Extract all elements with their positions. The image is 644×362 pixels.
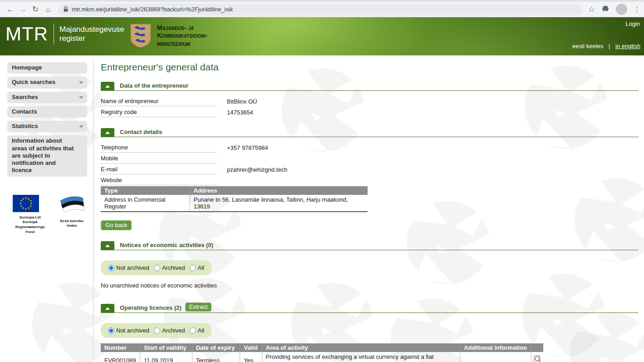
sidebar: Homepage Quick searches Searches Contact… — [7, 62, 87, 235]
page-title: Entrepreneur's general data — [101, 62, 639, 73]
field-row-email: E-mail pzahrer@whizgrid.tech — [101, 164, 639, 174]
sidebar-item-homepage[interactable]: Homepage — [7, 62, 87, 74]
svg-text:★: ★ — [20, 205, 22, 208]
profile-avatar[interactable] — [616, 4, 627, 15]
mtr-name-line1: Majandustegevuse — [59, 25, 124, 34]
radio-label: Not archived — [116, 327, 149, 334]
extract-button[interactable]: Extract — [185, 302, 211, 312]
sidebar-item-activity-info[interactable]: Information about areas of activities th… — [7, 135, 87, 176]
table-header-row: Number Start of validity Date of expiry … — [101, 343, 543, 352]
section-title: Contact details — [120, 129, 162, 135]
radio-archived[interactable] — [154, 265, 160, 271]
filter-all[interactable]: All — [190, 264, 204, 271]
field-row-telephone: Telephone +357 97875984 — [101, 142, 639, 153]
filter-not-archived[interactable]: Not archived — [108, 327, 149, 334]
cell-area: Providing services of exchanging a virtu… — [262, 352, 460, 362]
lang-separator: | — [609, 43, 610, 50]
go-back-button[interactable]: Go back — [101, 220, 132, 230]
collapse-button[interactable] — [101, 128, 114, 137]
collapse-button[interactable] — [101, 304, 114, 312]
section-header-contact: Contact details — [101, 128, 639, 137]
filter-archived[interactable]: Archived — [154, 264, 185, 271]
column-header-additional: Additional information — [460, 343, 531, 352]
filter-archived[interactable]: Archived — [154, 327, 185, 334]
address-bar[interactable]: mtr.mkm.ee/juriidiline_isik/263869?backu… — [58, 4, 583, 15]
chevron-down-icon — [79, 96, 84, 99]
radio-not-archived[interactable] — [108, 265, 114, 271]
site-header: MTR Majandustegevuse register Majandus- … — [0, 17, 644, 55]
radio-label: Not archived — [116, 264, 149, 271]
mtr-logo[interactable]: MTR Majandustegevuse register — [5, 24, 124, 45]
main-content: Entrepreneur's general data Data of the … — [101, 61, 639, 362]
url-text[interactable]: mtr.mkm.ee/juriidiline_isik/263869?backu… — [72, 6, 233, 13]
chevron-up-icon — [105, 85, 110, 88]
radio-archived[interactable] — [154, 327, 160, 334]
field-value: +357 97875984 — [227, 143, 268, 153]
login-link[interactable]: Login — [625, 20, 640, 27]
column-header-number: Number — [101, 343, 140, 352]
reload-icon[interactable]: ↻ — [29, 5, 42, 14]
page-body: Homepage Quick searches Searches Contact… — [0, 55, 644, 362]
sidebar-item-label: Statistics — [12, 123, 38, 129]
radio-all[interactable] — [190, 327, 196, 334]
field-label: Website — [101, 175, 217, 185]
cell-number: FVR001089 — [101, 352, 140, 362]
back-icon[interactable]: ← — [4, 5, 16, 14]
radio-label: Archived — [162, 264, 185, 271]
collapse-button[interactable] — [101, 82, 114, 90]
section-header-licences: Operating licences (2) Extract — [101, 302, 639, 313]
column-header-type: Type — [101, 186, 190, 195]
sidebar-item-quick-searches[interactable]: Quick searches — [7, 77, 87, 88]
chevron-up-icon — [105, 307, 110, 310]
sidebar-item-contacts[interactable]: Contacts — [7, 106, 87, 118]
radio-label: All — [198, 264, 204, 271]
filter-all[interactable]: All — [190, 327, 204, 334]
funding-logos: ★★ ★★ ★★ ★★ ★★ ★★ Euroopa Liit Euroopa R… — [7, 195, 87, 235]
sidebar-item-searches[interactable]: Searches — [7, 92, 87, 103]
chevron-down-icon — [79, 81, 84, 84]
collapse-button[interactable] — [101, 241, 114, 250]
field-row-name: Name of entrepreneur BitBlinx OÜ — [101, 95, 639, 106]
table-row: FVR001089 11.09.2019 Termless Yes Provid… — [101, 352, 543, 362]
filter-not-archived[interactable]: Not archived — [108, 264, 149, 271]
licences-filter-group: Not archived Archived All — [101, 323, 211, 338]
extensions-icon[interactable] — [601, 5, 610, 14]
sidebar-item-label: Contacts — [12, 108, 37, 115]
field-label: Registry code — [101, 107, 217, 117]
estonia-logo-caption: Eesti tuleviku heaks — [57, 219, 88, 229]
sidebar-item-label: Searches — [12, 94, 38, 100]
lang-english-link[interactable]: in english — [615, 43, 640, 50]
svg-text:★: ★ — [22, 197, 24, 200]
ministry-name: Majandus- ja Kommunikatsiooni- ministeer… — [157, 24, 207, 48]
lang-estonian-link[interactable]: eesti keeles — [572, 43, 604, 50]
radio-not-archived[interactable] — [108, 327, 114, 334]
mtr-name-line2: register — [59, 34, 124, 43]
address-table: Type Address Address in Commercial Regis… — [101, 186, 368, 212]
cell-valid: Yes — [240, 352, 262, 362]
section-title: Data of the entrepreneur — [120, 82, 188, 89]
licences-table: Number Start of validity Date of expiry … — [101, 343, 543, 362]
field-value: pzahrer@whizgrid.tech — [227, 164, 287, 174]
menu-kebab-icon[interactable]: ⋮ — [634, 5, 640, 14]
field-row-registry-code: Registry code 14753654 — [101, 106, 639, 117]
radio-all[interactable] — [190, 265, 196, 271]
view-details-button[interactable] — [534, 355, 541, 362]
column-header-valid: Valid — [240, 343, 262, 352]
mtr-register-name: Majandustegevuse register — [59, 25, 124, 43]
toolbar-right: ☆ ⋮ — [588, 4, 640, 15]
section-title: Operating licences (2) — [120, 304, 182, 311]
eu-caption-line3: Regionaalarengu Fond — [13, 225, 48, 235]
field-label: Mobile — [101, 153, 217, 164]
field-label: E-mail — [101, 164, 217, 174]
chevron-up-icon — [105, 131, 110, 134]
field-row-website: Website — [101, 174, 639, 185]
eu-logo-caption: Euroopa Liit Euroopa Regionaalarengu Fon… — [13, 215, 48, 235]
estonia-flag-swoosh-icon — [57, 195, 86, 216]
bookmark-star-icon[interactable]: ☆ — [588, 5, 595, 14]
radio-label: Archived — [162, 327, 185, 334]
field-value: BitBlinx OÜ — [227, 96, 257, 106]
sidebar-item-statistics[interactable]: Statistics — [7, 121, 87, 132]
field-label: Name of entrepreneur — [101, 96, 217, 106]
forward-icon[interactable]: → — [16, 5, 29, 14]
home-icon[interactable]: ⌂ — [42, 5, 54, 14]
